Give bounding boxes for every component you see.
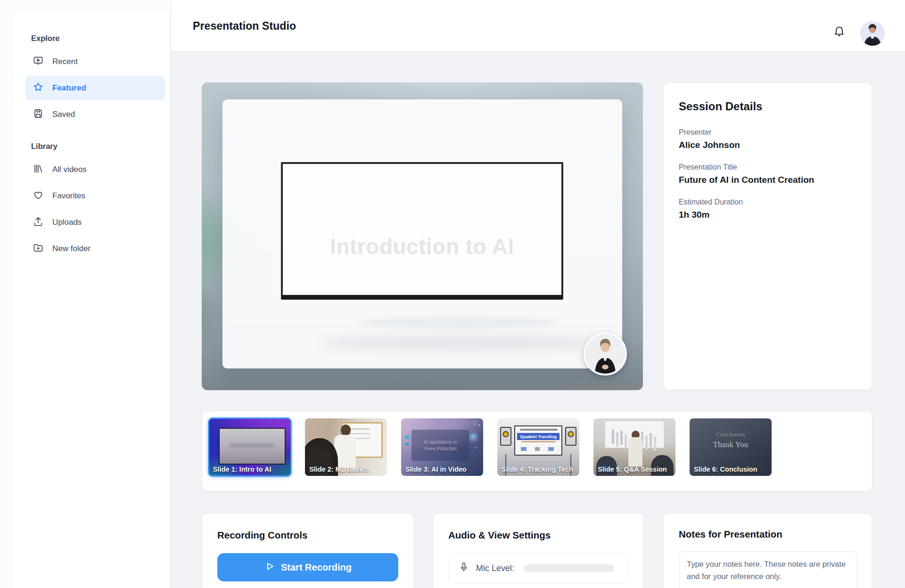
start-recording-button[interactable]: Start Recording xyxy=(217,553,398,581)
notifications-button[interactable] xyxy=(829,21,849,42)
sidebar-section-library: Library xyxy=(31,142,170,151)
decoration xyxy=(405,435,410,439)
bell-icon xyxy=(833,24,846,39)
sidebar-item-favorites[interactable]: Favorites xyxy=(25,184,165,208)
top-header: Presentation Studio xyxy=(171,0,905,52)
notes-textarea[interactable] xyxy=(679,551,857,588)
sidebar-item-saved[interactable]: Saved xyxy=(25,102,165,127)
speaker-graphic xyxy=(565,427,576,446)
stage-shadow xyxy=(357,317,560,328)
sidebar-section-explore: Explore xyxy=(31,34,170,43)
current-slide-title: Introduction to AI xyxy=(330,234,514,259)
slide-screen: Introduction to AI xyxy=(281,162,563,300)
user-avatar[interactable] xyxy=(860,21,885,46)
session-details-title: Session Details xyxy=(679,100,856,113)
recording-controls-card: Recording Controls Start Recording xyxy=(202,513,414,588)
mic-level-meter xyxy=(524,564,614,572)
audio-view-settings-card: Audio & View Settings Mic Level: xyxy=(433,513,644,588)
field-value-duration: 1h 30m xyxy=(679,210,856,220)
slide-text-line: Conclusion xyxy=(690,431,772,438)
person-graphic xyxy=(341,425,351,436)
slide-thumbnail-strip: Slide 1: Intro to AI Slide 2: ML Basics … xyxy=(202,411,872,491)
field-value-presentation-title: Future of AI in Content Creation xyxy=(679,175,856,185)
slide-thumbnail-6[interactable]: Conclusion Thank You Slide 6: Conclusion xyxy=(690,418,772,476)
sidebar-item-all-videos[interactable]: All videos xyxy=(25,157,165,182)
sidebar-item-uploads[interactable]: Uploads xyxy=(25,210,165,235)
slide-text-panel: Conclusion Thank You xyxy=(690,431,772,449)
play-icon xyxy=(264,561,275,574)
library-icon xyxy=(33,163,44,177)
slide-thumbnail-3[interactable]: AI appilations in Viveo Prduction Slide … xyxy=(401,418,483,476)
slide-text-line: Viveo Prduction xyxy=(424,446,457,451)
sidebar-item-label: Uploads xyxy=(52,218,82,227)
slide-banner-text: Spaakert Traccking xyxy=(520,434,557,439)
slide-thumbnail-4[interactable]: Spaakert Traccking Slide 4: Tracking Tec… xyxy=(497,418,579,476)
sidebar-item-label: Favorites xyxy=(52,191,85,201)
user-avatar-image xyxy=(860,21,885,46)
microphone-icon xyxy=(458,562,469,575)
slide-text-panel: AI appilations in Viveo Prduction xyxy=(411,430,469,461)
slide-text-line: AI appilations in xyxy=(424,440,457,445)
decoration xyxy=(473,421,477,425)
recording-controls-title: Recording Controls xyxy=(217,530,398,541)
slide-panel-graphic: Spaakert Traccking xyxy=(514,425,562,456)
slide-thumbnail-5[interactable]: Slide 5: Q&A Session xyxy=(593,418,675,476)
field-label-duration: Estimated Duration xyxy=(679,198,856,206)
upload-icon xyxy=(33,216,44,229)
heart-icon xyxy=(33,189,44,203)
sidebar-item-label: Featured xyxy=(52,83,86,93)
field-value-presenter: Alice Johnson xyxy=(679,140,856,150)
mic-level-label: Mic Level: xyxy=(476,564,514,573)
slide-label: Slide 1: Intro to AI xyxy=(213,466,288,474)
main-content: Introduction to AI Session Details Prese… xyxy=(171,52,905,588)
session-details-card: Session Details Presenter Alice Johnson … xyxy=(663,82,872,390)
new-folder-icon xyxy=(33,242,44,256)
notes-title: Notes for Presentation xyxy=(679,529,856,540)
stage-shadow xyxy=(320,336,607,350)
slide-label: Slide 3: AI in Video xyxy=(405,466,480,474)
page-title: Presentation Studio xyxy=(193,20,296,33)
presenter-avatar-bubble xyxy=(584,332,627,376)
sidebar-item-featured[interactable]: Featured xyxy=(25,76,165,100)
sidebar-item-new-folder[interactable]: New folder xyxy=(25,237,165,261)
mic-level-row: Mic Level: xyxy=(448,553,628,583)
star-icon xyxy=(33,82,44,95)
sidebar-item-label: All videos xyxy=(52,165,87,174)
speaker-graphic xyxy=(500,427,511,446)
field-label-presentation-title: Presentation Title xyxy=(679,163,856,172)
slide-label: Slide 5: Q&A Session xyxy=(598,466,673,474)
sidebar: Explore Recent Featured Saved Library Al… xyxy=(14,13,171,588)
notes-card: Notes for Presentation xyxy=(663,513,872,588)
slide-label: Slide 2: ML Basics xyxy=(309,466,384,474)
decoration xyxy=(469,433,479,443)
start-recording-label: Start Recording xyxy=(281,562,352,573)
recent-icon xyxy=(33,55,44,69)
person-graphic xyxy=(628,437,642,466)
slide-thumbnail-2[interactable]: Slide 2: ML Basics xyxy=(305,418,387,476)
video-preview-stage: Introduction to AI xyxy=(202,82,643,390)
sidebar-item-recent[interactable]: Recent xyxy=(25,49,165,74)
slide-label: Slide 4: Tracking Tech xyxy=(502,466,576,474)
sidebar-item-label: Saved xyxy=(52,110,75,119)
slide-thumbnail-1[interactable]: Slide 1: Intro to AI xyxy=(209,418,291,476)
thumb-screen-graphic xyxy=(219,428,286,465)
field-label-presenter: Presenter xyxy=(679,128,856,137)
save-icon xyxy=(33,108,44,122)
sidebar-item-label: Recent xyxy=(52,57,78,66)
presenter-avatar-image xyxy=(585,334,625,374)
sidebar-item-label: New folder xyxy=(52,244,90,253)
slide-label: Slide 6: Conclusion xyxy=(694,466,769,474)
audio-settings-title: Audio & View Settings xyxy=(448,530,628,541)
slide-text-line: Thank You xyxy=(690,440,772,449)
